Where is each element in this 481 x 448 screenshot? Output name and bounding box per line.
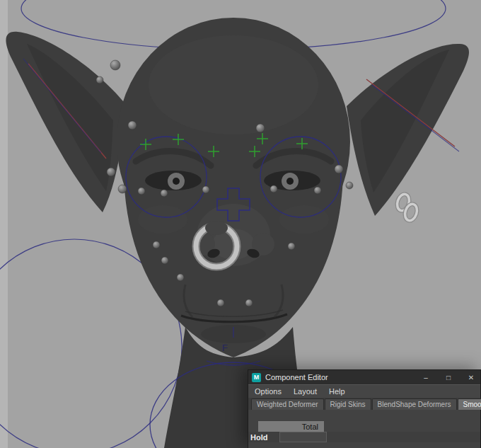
joint-sphere[interactable] — [153, 241, 160, 248]
table-corner-cell — [248, 421, 258, 432]
column-header-total[interactable]: Total — [258, 421, 324, 432]
maya-application: F M Component Editor – □ ✕ Options Layou… — [0, 0, 481, 448]
joint-sphere[interactable] — [217, 299, 224, 306]
menu-options[interactable]: Options — [255, 387, 282, 396]
joint-sphere[interactable] — [288, 243, 295, 250]
minimize-button[interactable]: – — [417, 370, 435, 384]
menu-bar: Options Layout Help — [248, 384, 480, 398]
hold-value-cell[interactable] — [279, 432, 327, 442]
tab-blendshape-deformers[interactable]: BlendShape Deformers — [372, 398, 457, 410]
right-cheek-highlight — [279, 205, 329, 234]
left-eye-pupil — [173, 178, 180, 185]
component-editor-window: M Component Editor – □ ✕ Options Layout … — [248, 369, 481, 448]
table-header-row: Total — [248, 421, 324, 432]
forehead-highlight — [149, 35, 318, 134]
maya-logo-icon: M — [252, 373, 261, 382]
rig-f-label[interactable]: F — [222, 343, 228, 353]
joint-sphere[interactable] — [202, 186, 209, 193]
joint-sphere[interactable] — [161, 257, 168, 264]
tab-weighted-deformer[interactable]: Weighted Deformer — [251, 398, 324, 410]
joint-sphere[interactable] — [110, 60, 120, 70]
joint-sphere[interactable] — [138, 188, 145, 195]
joint-sphere[interactable] — [128, 121, 137, 130]
joint-sphere[interactable] — [177, 274, 184, 281]
viewport-left-edge — [0, 0, 8, 448]
joint-sphere[interactable] — [118, 185, 127, 193]
right-eye-pupil — [286, 178, 294, 185]
tab-rigid-skins[interactable]: Rigid Skins — [325, 398, 371, 410]
joint-sphere[interactable] — [245, 299, 253, 306]
menu-help[interactable]: Help — [329, 387, 345, 396]
menu-layout[interactable]: Layout — [294, 387, 317, 396]
row-label-hold[interactable]: Hold — [248, 432, 279, 442]
tab-bar: Weighted Deformer Rigid Skins BlendShape… — [248, 398, 480, 410]
joint-sphere[interactable] — [346, 182, 353, 189]
joint-sphere[interactable] — [314, 187, 321, 194]
joint-sphere[interactable] — [96, 76, 103, 84]
maximize-button[interactable]: □ — [439, 370, 458, 384]
table-row-hold: Hold — [248, 432, 480, 442]
joint-sphere[interactable] — [161, 190, 168, 197]
component-table: Total Hold — [248, 410, 480, 448]
window-title: Component Editor — [265, 373, 412, 381]
tab-smooth-skins[interactable]: Smooth Skins — [458, 398, 481, 410]
close-button[interactable]: ✕ — [462, 370, 480, 384]
window-titlebar[interactable]: M Component Editor – □ ✕ — [248, 370, 480, 384]
joint-sphere[interactable] — [335, 165, 343, 173]
joint-sphere[interactable] — [256, 124, 265, 132]
joint-sphere[interactable] — [107, 168, 115, 176]
joint-sphere[interactable] — [270, 185, 277, 193]
left-cheek-highlight — [138, 205, 187, 234]
